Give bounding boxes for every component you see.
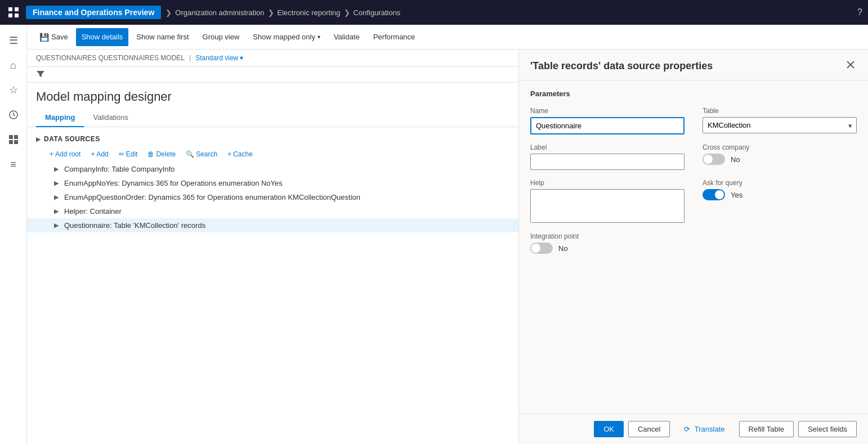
dropdown-arrow-icon: ▾ bbox=[317, 34, 320, 40]
page-breadcrumb: QUESTIONNAIRES QUESTIONNAIRES MODEL | St… bbox=[27, 50, 518, 67]
edit-button[interactable]: ✏ Edit bbox=[114, 149, 142, 160]
toolbar: 💾 Save Show details Show name first Grou… bbox=[27, 25, 868, 50]
group-view-button[interactable]: Group view bbox=[197, 28, 245, 46]
page-title: Model mapping designer bbox=[27, 83, 518, 109]
label-label: Label bbox=[530, 143, 684, 151]
tree-item-enumappquestionorder[interactable]: ▶ EnumAppQuestionOrder: Dynamics 365 for… bbox=[27, 190, 518, 204]
expand-arrow-3: ▶ bbox=[54, 208, 61, 215]
cache-button[interactable]: + Cache bbox=[223, 149, 257, 160]
expand-arrow-1: ▶ bbox=[54, 180, 61, 187]
label-input[interactable] bbox=[530, 154, 684, 170]
datasources-expand-icon[interactable]: ▶ bbox=[36, 136, 41, 143]
left-panel: QUESTIONNAIRES QUESTIONNAIRES MODEL | St… bbox=[27, 50, 519, 444]
item-label-1: EnumAppNoYes: Dynamics 365 for Operation… bbox=[64, 179, 283, 187]
translate-button[interactable]: ⟳ Translate bbox=[674, 421, 734, 437]
datasources-actions: + Add root + Add ✏ Edit 🗑 bbox=[27, 146, 518, 162]
cross-company-toggle[interactable] bbox=[703, 154, 725, 165]
app-grid-icon[interactable] bbox=[6, 5, 21, 20]
integration-point-value: No bbox=[558, 244, 568, 253]
breadcrumb: ❯ Organization administration ❯ Electron… bbox=[165, 8, 400, 17]
edit-icon: ✏ bbox=[119, 150, 124, 158]
right-panel: 'Table records' data source properties P… bbox=[519, 50, 868, 444]
tree-item-companyinfo[interactable]: ▶ CompanyInfo: Table CompanyInfo bbox=[27, 162, 518, 176]
show-details-button[interactable]: Show details bbox=[76, 28, 129, 46]
ask-for-query-toggle-row: Yes bbox=[703, 189, 857, 200]
ask-for-query-toggle[interactable] bbox=[703, 189, 725, 200]
page-content: QUESTIONNAIRES QUESTIONNAIRES MODEL | St… bbox=[27, 50, 868, 444]
tree-item-enumappnoyes[interactable]: ▶ EnumAppNoYes: Dynamics 365 for Operati… bbox=[27, 176, 518, 190]
save-button[interactable]: 💾 Save bbox=[34, 28, 74, 46]
cache-icon: + bbox=[227, 150, 231, 158]
select-fields-button[interactable]: Select fields bbox=[798, 421, 857, 437]
panel-close-button[interactable] bbox=[844, 59, 857, 73]
name-field-group: Name bbox=[530, 107, 684, 134]
help-icon[interactable]: ? bbox=[857, 7, 862, 17]
breadcrumb-sep-2: ❯ bbox=[268, 8, 274, 17]
tab-mapping[interactable]: Mapping bbox=[36, 109, 84, 127]
integration-point-track[interactable] bbox=[530, 243, 553, 254]
add-button[interactable]: + Add bbox=[86, 149, 113, 160]
breadcrumb-sep-3: ❯ bbox=[344, 8, 350, 17]
breadcrumb-configurations[interactable]: Configurations bbox=[354, 8, 401, 17]
cross-company-track[interactable] bbox=[703, 154, 725, 165]
ask-for-query-value: Yes bbox=[731, 191, 742, 199]
breadcrumb-electronic-reporting[interactable]: Electronic reporting bbox=[278, 8, 341, 17]
content-area: 💾 Save Show details Show name first Grou… bbox=[27, 25, 868, 444]
sidebar-item-workspaces[interactable] bbox=[2, 128, 25, 151]
refill-table-button[interactable]: Refill Table bbox=[739, 421, 794, 437]
help-label: Help bbox=[530, 179, 684, 187]
cross-company-field-group: Cross company No bbox=[703, 143, 857, 170]
view-dropdown-icon: ▾ bbox=[240, 54, 243, 62]
help-field-group: Help bbox=[530, 179, 684, 223]
sidebar-item-hamburger[interactable]: ☰ bbox=[2, 29, 25, 52]
help-input[interactable] bbox=[530, 189, 684, 223]
item-label-2: EnumAppQuestionOrder: Dynamics 365 for O… bbox=[64, 193, 360, 201]
top-navigation: Finance and Operations Preview ❯ Organiz… bbox=[0, 0, 868, 25]
show-name-first-button[interactable]: Show name first bbox=[131, 28, 194, 46]
filter-icon[interactable] bbox=[36, 69, 45, 80]
svg-rect-2 bbox=[8, 14, 12, 17]
integration-point-thumb bbox=[531, 244, 540, 253]
ask-for-query-field-group: Ask for query Yes bbox=[703, 179, 857, 223]
cross-company-value: No bbox=[731, 155, 740, 164]
sidebar-item-favorites[interactable]: ☆ bbox=[2, 79, 25, 101]
translate-icon: ⟳ bbox=[684, 425, 690, 433]
tab-validations[interactable]: Validations bbox=[84, 109, 137, 127]
panel-body: Parameters Name Table KMColl bbox=[519, 80, 868, 414]
label-field-group: Label bbox=[530, 143, 684, 170]
svg-rect-1 bbox=[15, 7, 19, 11]
app-title: Finance and Operations Preview bbox=[26, 6, 161, 19]
datasources-area: ▶ DATA SOURCES + Add root + Add bbox=[27, 127, 518, 444]
validate-button[interactable]: Validate bbox=[328, 28, 365, 46]
svg-rect-5 bbox=[9, 135, 13, 139]
view-selector[interactable]: Standard view ▾ bbox=[195, 54, 243, 62]
sidebar-item-modules[interactable]: ≡ bbox=[2, 153, 25, 176]
sidebar-item-recent[interactable] bbox=[2, 104, 25, 126]
add-root-icon: + bbox=[50, 150, 53, 158]
tree-item-questionnaire[interactable]: ▶ Questionnaire: Table 'KMCollection' re… bbox=[27, 218, 518, 232]
cross-company-label: Cross company bbox=[703, 143, 857, 151]
panel-footer: OK Cancel ⟳ Translate Refill Table Selec… bbox=[519, 414, 868, 444]
ask-for-query-thumb bbox=[715, 190, 724, 199]
cancel-button[interactable]: Cancel bbox=[628, 421, 670, 437]
integration-point-toggle[interactable] bbox=[530, 243, 553, 254]
sidebar-item-home[interactable]: ⌂ bbox=[2, 54, 25, 77]
integration-point-section: Integration point No bbox=[530, 232, 857, 254]
item-label-3: Helper: Container bbox=[64, 207, 122, 216]
cross-company-thumb bbox=[704, 155, 713, 164]
ok-button[interactable]: OK bbox=[594, 421, 624, 437]
integration-point-toggle-row: No bbox=[530, 243, 857, 254]
breadcrumb-org-admin[interactable]: Organization administration bbox=[175, 8, 264, 17]
search-button[interactable]: 🔍 Search bbox=[181, 149, 222, 160]
add-root-button[interactable]: + Add root bbox=[45, 149, 85, 160]
show-mapped-button[interactable]: Show mapped only ▾ bbox=[247, 28, 326, 46]
table-select[interactable]: KMCollection CompanyInfo KMCollectionQue… bbox=[703, 117, 857, 133]
tree-item-helper[interactable]: ▶ Helper: Container bbox=[27, 204, 518, 218]
performance-button[interactable]: Performance bbox=[368, 28, 420, 46]
name-input[interactable] bbox=[530, 117, 684, 134]
svg-rect-6 bbox=[14, 135, 18, 139]
delete-button[interactable]: 🗑 Delete bbox=[143, 149, 180, 160]
parameters-section-title: Parameters bbox=[530, 89, 857, 98]
ask-for-query-track[interactable] bbox=[703, 189, 725, 200]
tabs: Mapping Validations bbox=[27, 109, 518, 127]
